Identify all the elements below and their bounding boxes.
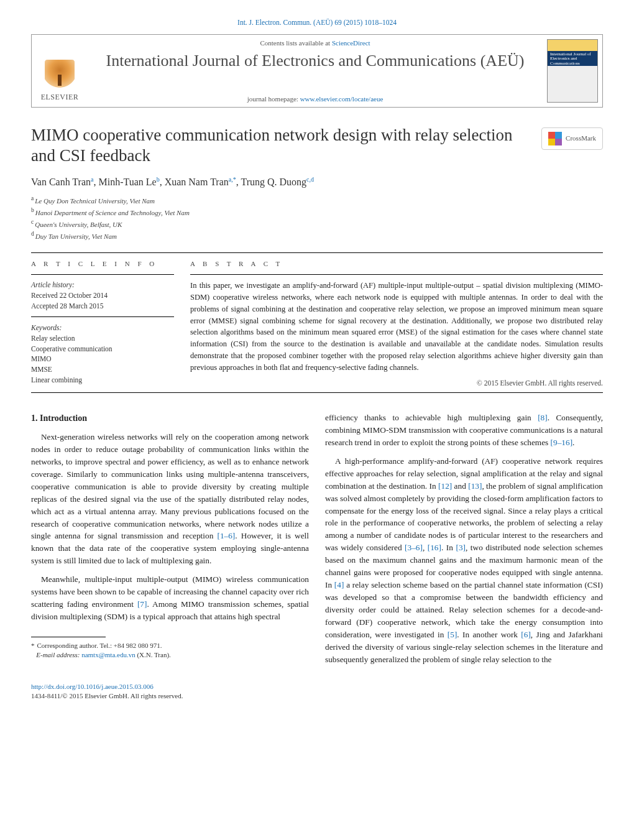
keyword-1: Relay selection bbox=[31, 335, 75, 342]
author-4: Trung Q. Duongc,d bbox=[241, 177, 314, 187]
corresponding-author-footnote: *Corresponding author. Tel.: +84 982 080… bbox=[31, 641, 309, 660]
banner-cover-box: International Journal of Electronics and… bbox=[543, 35, 602, 107]
corr-author-text: Corresponding author. Tel.: +84 982 080 … bbox=[37, 642, 162, 649]
affiliation-a: aLe Quy Don Technical University, Viet N… bbox=[31, 194, 603, 206]
ref-link[interactable]: [3–6] bbox=[405, 543, 423, 552]
contents-line: Contents lists available at ScienceDirec… bbox=[94, 39, 536, 48]
ref-link[interactable]: [16] bbox=[428, 543, 441, 552]
article-history: Article history: Received 22 October 201… bbox=[31, 280, 174, 311]
keywords-label: Keywords: bbox=[31, 323, 174, 333]
footnote-star-icon: * bbox=[31, 642, 35, 649]
publisher-logo-box: ELSEVIER bbox=[32, 35, 88, 107]
corr-email-link[interactable]: namtx@mta.edu.vn bbox=[81, 651, 136, 658]
crossmark-label: CrossMark bbox=[566, 134, 596, 144]
rule-below-abstract bbox=[31, 392, 603, 393]
email-owner: (X.N. Tran). bbox=[136, 651, 171, 658]
article-info-column: a r t i c l e i n f o Article history: R… bbox=[31, 253, 174, 389]
ref-link[interactable]: [9–16] bbox=[551, 438, 572, 447]
doi-block: http://dx.doi.org/10.1016/j.aeue.2015.03… bbox=[31, 682, 603, 701]
affiliations: aLe Quy Don Technical University, Viet N… bbox=[31, 194, 603, 242]
sciencedirect-link[interactable]: ScienceDirect bbox=[332, 39, 370, 47]
affiliation-c: cQueen's University, Belfast, UK bbox=[31, 218, 603, 229]
abstract-text: In this paper, we investigate an amplify… bbox=[190, 280, 603, 373]
crossmark-icon bbox=[548, 132, 562, 145]
author-1: Van Canh Trana bbox=[31, 177, 93, 187]
email-label: E-mail address: bbox=[36, 651, 81, 658]
body-two-columns: 1. Introduction Next-generation wireless… bbox=[31, 412, 603, 672]
affiliation-b: bHanoi Department of Science and Technol… bbox=[31, 206, 603, 218]
running-citation: Int. J. Electron. Commun. (AEÜ) 69 (2015… bbox=[31, 17, 603, 28]
info-inner-rule bbox=[31, 316, 174, 317]
abstract-column: a b s t r a c t In this paper, we invest… bbox=[190, 253, 603, 389]
section-1-heading: 1. Introduction bbox=[31, 412, 309, 425]
affiliation-d: dDuy Tan University, Viet Nam bbox=[31, 229, 603, 241]
author-3: Xuan Nam Trana,* bbox=[165, 177, 236, 187]
para-4: A high-performance amplify-and-forward (… bbox=[325, 455, 603, 666]
ref-link[interactable]: [12] bbox=[438, 481, 452, 491]
article-info-heading: a r t i c l e i n f o bbox=[31, 253, 174, 275]
homepage-line: journal homepage: www.elsevier.com/locat… bbox=[94, 95, 536, 104]
received-line: Received 22 October 2014 bbox=[31, 292, 108, 299]
doi-link[interactable]: http://dx.doi.org/10.1016/j.aeue.2015.03… bbox=[31, 683, 154, 690]
journal-homepage-link[interactable]: www.elsevier.com/locate/aeue bbox=[300, 95, 384, 103]
abstract-copyright: © 2015 Elsevier GmbH. All rights reserve… bbox=[190, 378, 603, 389]
author-2: Minh-Tuan Leb bbox=[98, 177, 159, 187]
journal-banner: ELSEVIER Contents lists available at Sci… bbox=[31, 34, 603, 108]
accepted-line: Accepted 28 March 2015 bbox=[31, 302, 104, 310]
ref-link[interactable]: [1–6] bbox=[217, 531, 235, 540]
keyword-5: Linear combining bbox=[31, 376, 82, 384]
article-title: MIMO cooperative communication network d… bbox=[31, 125, 516, 166]
keyword-3: MIMO bbox=[31, 355, 52, 362]
banner-center: Contents lists available at ScienceDirec… bbox=[88, 35, 543, 107]
ref-link[interactable]: [4] bbox=[334, 580, 344, 589]
contents-prefix: Contents lists available at bbox=[260, 39, 331, 47]
para-1: Next-generation wireless networks will r… bbox=[31, 431, 309, 567]
para-2: Meanwhile, multiple-input multiple-outpu… bbox=[31, 573, 309, 623]
ref-link[interactable]: [13] bbox=[468, 481, 482, 491]
elsevier-logo: ELSEVIER bbox=[38, 60, 81, 103]
elsevier-tree-icon bbox=[45, 60, 75, 90]
journal-name: International Journal of Electronics and… bbox=[94, 52, 536, 70]
footnote-rule bbox=[31, 637, 106, 637]
ref-link[interactable]: [3] bbox=[456, 543, 466, 552]
keywords-block: Keywords: Relay selection Cooperative co… bbox=[31, 323, 174, 385]
crossmark-badge[interactable]: CrossMark bbox=[541, 127, 603, 150]
homepage-prefix: journal homepage: bbox=[247, 95, 300, 103]
ref-link[interactable]: [8] bbox=[538, 413, 548, 422]
elsevier-wordmark: ELSEVIER bbox=[38, 92, 81, 103]
issn-copyright-line: 1434-8411/© 2015 Elsevier GmbH. All righ… bbox=[31, 692, 183, 699]
keyword-2: Cooperative communication bbox=[31, 345, 113, 353]
para-3: efficiency thanks to achievable high mul… bbox=[325, 412, 603, 449]
ref-link[interactable]: [6] bbox=[521, 630, 531, 639]
journal-cover-thumb: International Journal of Electronics and… bbox=[547, 39, 598, 103]
ref-link[interactable]: [5] bbox=[448, 630, 457, 639]
history-label: Article history: bbox=[31, 281, 75, 288]
abstract-heading: a b s t r a c t bbox=[190, 253, 603, 275]
ref-link[interactable]: [7] bbox=[137, 599, 147, 609]
keyword-4: MMSE bbox=[31, 366, 52, 373]
authors-line: Van Canh Trana, Minh-Tuan Leb, Xuan Nam … bbox=[31, 175, 603, 189]
cover-title-text: International Journal of Electronics and… bbox=[550, 52, 595, 67]
